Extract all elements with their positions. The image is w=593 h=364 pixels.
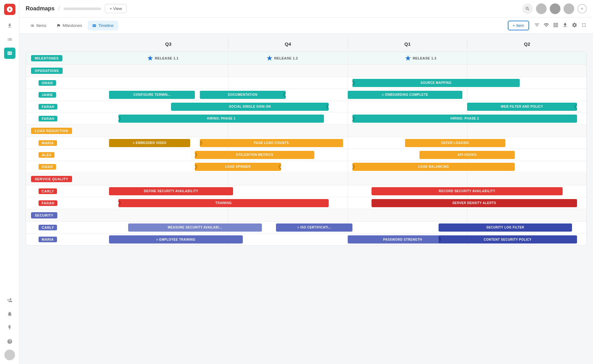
operations-badge: OPERATIONS — [31, 68, 63, 74]
timeline-table: MILESTONES ★ RELEASE 1.1 ★ RELEASE 1.2 — [26, 52, 587, 246]
bar-onboarding[interactable]: ≡ ONBOARDING COMPLETE — [348, 91, 462, 99]
header: Roadmaps / + View + — [19, 0, 593, 18]
maria1-bars: ≡ EMBEDDED VIDEO 1 PAGE LOAD COUNTS DEFE… — [109, 137, 586, 149]
add-item-button[interactable]: + Item — [508, 21, 529, 30]
sidebar-icon-list[interactable] — [4, 34, 15, 45]
bar-load-spinner[interactable]: 1 LOAD SPINNER 2 — [195, 163, 281, 171]
milestones-tab-label: Milestones — [63, 23, 82, 28]
bar-configure-term[interactable]: CONFIGURE TERMIN... — [109, 91, 195, 99]
sidebar-icon-timeline[interactable] — [4, 48, 15, 59]
search-button[interactable] — [522, 3, 533, 14]
tab-items[interactable]: Items — [26, 21, 51, 30]
q3-header: Q3 — [109, 39, 228, 49]
person-cell-farah-1: FARAH — [26, 104, 109, 110]
layout-icon[interactable] — [553, 22, 559, 29]
tab-timeline[interactable]: Timeline — [88, 21, 118, 30]
omar1-bars: 1 SOURCE MAPPING — [109, 77, 586, 89]
person-badge-omar-1: OMAR — [39, 80, 56, 86]
omar2-bars: 1 LOAD SPINNER 2 1 LOAD BALANCING — [109, 161, 586, 172]
security-header-bar-area — [109, 209, 586, 221]
sidebar-icon-download[interactable] — [4, 20, 15, 31]
sidebar-icon-lightning[interactable] — [4, 322, 15, 333]
group-label-security: SECURITY — [26, 212, 109, 218]
export-icon[interactable] — [562, 22, 568, 29]
add-user-button[interactable]: + — [577, 4, 587, 13]
settings-icon[interactable] — [572, 22, 577, 29]
page-title: Roadmaps — [26, 5, 55, 12]
service-badge: SERVICE QUALITY — [31, 176, 72, 182]
timeline-content: Q3 Q4 Q1 Q2 MILESTONES ★ RELEASE 1.1 — [19, 34, 593, 364]
avatar-2[interactable] — [550, 3, 560, 14]
toolbar-action-icons — [534, 22, 587, 29]
bar-server-density[interactable]: SERVER DENSITY ALERTS — [372, 199, 577, 207]
group-label-load: LOAD REDUCTION — [26, 128, 109, 134]
person-cell-omar-1: OMAR — [26, 80, 109, 86]
bar-documentation[interactable]: DOCUMENTATION 1 — [200, 91, 286, 99]
bar-security-log[interactable]: SECURITY LOG FILTER — [439, 223, 572, 232]
row-omar-1: OMAR 1 SOURCE MAPPING — [26, 77, 586, 89]
person-badge-farah-1: FARAH — [39, 104, 57, 110]
bar-content-security[interactable]: 1 CONTENT SECURITY POLICY — [439, 235, 577, 244]
row-maria-1: MARIA ≡ EMBEDDED VIDEO 1 PAGE LOAD COUNT… — [26, 137, 586, 149]
bar-training[interactable]: 1 TRAINING — [118, 199, 329, 207]
group-label-milestones: MILESTONES — [26, 55, 109, 61]
bar-iso-cert[interactable]: ≡ ISO CERTIFICATI... — [276, 223, 352, 232]
user-avatar[interactable] — [4, 350, 15, 360]
alex-bars: 1 UTILIZATION METRICS API HOOKS — [109, 149, 586, 161]
bar-embedded-video[interactable]: ≡ EMBEDDED VIDEO — [109, 139, 190, 147]
bar-hiring-p2[interactable]: 1 HIRING: PHASE 2 — [352, 115, 577, 123]
group-icon[interactable] — [544, 22, 549, 29]
group-row-operations: OPERATIONS — [26, 64, 586, 77]
person-badge-farah-2: FARAH — [39, 116, 57, 121]
avatar-3[interactable] — [564, 3, 574, 14]
bar-page-load[interactable]: 1 PAGE LOAD COUNTS — [200, 139, 343, 147]
bar-define-security[interactable]: DEFINE SECURITY AVAILABILITY — [109, 187, 233, 195]
row-carly-1: CARLY DEFINE SECURITY AVAILABILITY RECOR… — [26, 185, 586, 197]
bar-api-hooks[interactable]: API HOOKS — [419, 151, 515, 159]
person-badge-maria-2: MARIA — [39, 237, 57, 242]
milestone-release-1-1: ★ RELEASE 1.1 — [147, 54, 179, 62]
person-badge-carly-2: CARLY — [39, 225, 57, 230]
row-omar-2: OMAR 1 LOAD SPINNER 2 1 LOAD BALANCING — [26, 161, 586, 173]
bar-utilization[interactable]: 1 UTILIZATION METRICS — [195, 151, 314, 159]
sidebar-icon-user-add[interactable] — [4, 295, 15, 306]
bar-load-balancing[interactable]: 1 LOAD BALANCING — [352, 163, 515, 171]
person-badge-alex: ALEX — [39, 152, 55, 158]
bar-hiring-p1[interactable]: 1 HIRING: PHASE 1 — [118, 115, 324, 123]
breadcrumb-path — [64, 8, 101, 10]
person-badge-jamie: JAMIE — [39, 92, 56, 98]
bar-source-mapping[interactable]: 1 SOURCE MAPPING — [352, 79, 519, 87]
row-farah-3: FARAH 1 TRAINING SERVER DENSITY ALERTS — [26, 197, 586, 209]
filter-icon[interactable] — [534, 22, 540, 29]
jamie-bars: CONFIGURE TERMIN... DOCUMENTATION 1 ≡ ON… — [109, 89, 586, 100]
view-button[interactable]: + View — [105, 4, 127, 13]
milestone-release-1-3: ★ RELEASE 1.3 — [405, 54, 436, 62]
bar-defer-loading[interactable]: DEFER LOADING — [405, 139, 505, 147]
bar-web-filter[interactable]: WEB FILTER AND POLICY 2 — [467, 103, 577, 111]
sidebar — [0, 0, 19, 364]
row-maria-2: MARIA ≡ EMPLOYEE TRAINING PASSWORD STREN… — [26, 233, 586, 245]
milestones-bar-area: ★ RELEASE 1.1 ★ RELEASE 1.2 ★ RELEASE 1.… — [109, 52, 586, 64]
person-cell-carly-2: CARLY — [26, 225, 109, 230]
q1-header: Q1 — [348, 39, 468, 49]
bar-social-sso[interactable]: SOCIAL SINGLE SIGN-ON 1 — [171, 103, 329, 111]
group-row-security: SECURITY — [26, 209, 586, 222]
person-cell-alex: ALEX — [26, 152, 109, 158]
bar-record-security[interactable]: RECORD SECURITY AVAILABILITY — [372, 187, 563, 195]
bar-employee-training[interactable]: ≡ EMPLOYEE TRAINING — [109, 235, 243, 244]
row-jamie: JAMIE CONFIGURE TERMIN... DOCUMENTATION … — [26, 89, 586, 101]
tab-milestones[interactable]: Milestones — [52, 21, 86, 30]
person-cell-omar-2: OMAR — [26, 164, 109, 170]
avatar-1[interactable] — [536, 3, 547, 14]
maria2-bars: ≡ EMPLOYEE TRAINING PASSWORD STRENGTH 1 … — [109, 233, 586, 245]
timeline-tab-label: Timeline — [98, 23, 114, 28]
q4-header: Q4 — [228, 39, 348, 49]
fullscreen-icon[interactable] — [581, 22, 587, 29]
sidebar-icon-bell[interactable] — [4, 308, 15, 320]
app-logo[interactable] — [4, 4, 15, 15]
sidebar-icon-help[interactable] — [4, 336, 15, 347]
person-cell-carly-1: CARLY — [26, 188, 109, 194]
milestone-release-1-2: ★ RELEASE 1.2 — [267, 54, 298, 62]
bar-measure-security[interactable]: MEASURE SECURITY AVAILABI... — [128, 223, 262, 232]
person-cell-maria-1: MARIA — [26, 140, 109, 146]
